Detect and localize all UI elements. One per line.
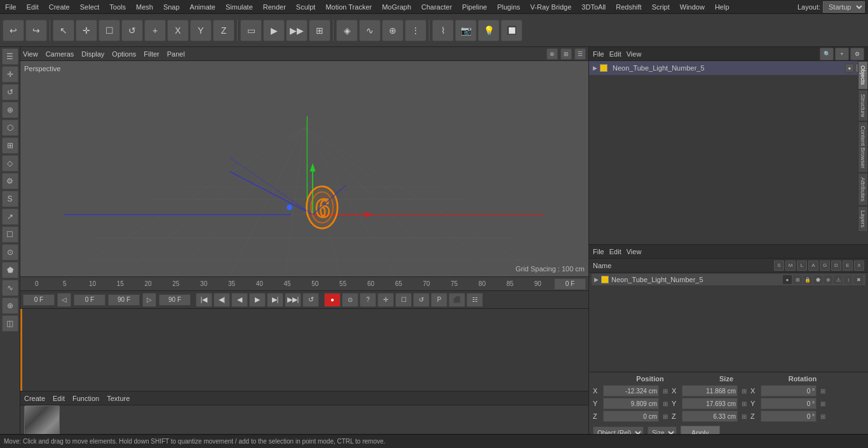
viewport-menu-options[interactable]: Options — [112, 50, 136, 58]
viewport-icon-3[interactable]: ☰ — [574, 48, 586, 60]
viewport-3d[interactable]: 6 Perspective Grid Spacing : 100 cm — [20, 61, 588, 276]
sidebar-tool-5[interactable]: ⊞ — [2, 137, 18, 154]
tab-content-browser[interactable]: Content Browser — [858, 121, 868, 173]
sidebar-tool-13[interactable]: ∿ — [2, 280, 18, 296]
obj-row-expand[interactable]: ▶ — [594, 276, 599, 283]
sidebar-tool-8[interactable]: S — [2, 191, 18, 207]
sidebar-tool-15[interactable]: ◫ — [2, 315, 18, 332]
menu-item-pipeline[interactable]: Pipeline — [457, 3, 492, 11]
pos-z-input[interactable] — [603, 411, 659, 422]
menu-item-mesh[interactable]: Mesh — [131, 3, 158, 11]
selection-icon[interactable]: ↖ — [53, 20, 74, 41]
menu-item-character[interactable]: Character — [416, 3, 457, 11]
render-anim-icon[interactable]: ▶▶ — [286, 20, 308, 41]
sidebar-tool-2[interactable]: ↺ — [2, 84, 18, 100]
rot-y-input[interactable] — [761, 398, 817, 409]
goto-end-btn[interactable]: ▶▶| — [285, 293, 301, 307]
record-btn[interactable]: ● — [324, 293, 341, 307]
array-icon[interactable]: ⋮ — [405, 20, 426, 41]
obj-row-icon-6[interactable]: ⚠ — [834, 275, 843, 284]
frame-indicator-right[interactable] — [554, 278, 586, 290]
menu-item-help[interactable]: Help — [710, 3, 735, 11]
sidebar-tool-3[interactable]: ⊕ — [2, 102, 18, 118]
objects-bottom-view[interactable]: View — [627, 248, 642, 255]
obj-row-icon-5[interactable]: ⊕ — [824, 275, 832, 284]
object-item[interactable]: ▶ Neon_Tube_Light_Number_5 ● ▲ — [589, 61, 868, 75]
obj-row-icon-3[interactable]: 🔒 — [803, 275, 812, 284]
menu-item-redshift[interactable]: Redshift — [611, 3, 646, 11]
material-menu-edit[interactable]: Edit — [53, 395, 65, 402]
light-icon[interactable]: 💡 — [478, 20, 499, 41]
menu-item-edit[interactable]: Edit — [22, 3, 44, 11]
sidebar-tool-1[interactable]: ✛ — [2, 66, 18, 83]
objects-top-edit[interactable]: Edit — [609, 50, 621, 58]
menu-item-sculpt[interactable]: Sculpt — [291, 3, 321, 11]
objects-search-btn[interactable]: 🔍 — [820, 48, 834, 60]
menu-item-render[interactable]: Render — [258, 3, 291, 11]
obj-row-icon-7[interactable]: ↕ — [844, 275, 853, 284]
frame-prev-btn[interactable]: ◁ — [57, 293, 71, 307]
menu-item-v-ray-bridge[interactable]: V-Ray Bridge — [526, 3, 577, 11]
cube3d-icon[interactable]: ◈ — [336, 20, 358, 41]
tab-objects[interactable]: Objects — [858, 61, 868, 90]
objects-settings-btn[interactable]: ⚙ — [850, 48, 864, 60]
timeline2-btn[interactable]: ☷ — [466, 293, 483, 307]
tab-attributes[interactable]: Attributes — [858, 173, 868, 206]
obj-row-icon-1[interactable]: ● — [783, 275, 792, 284]
viewport-icon-2[interactable]: ⊞ — [560, 48, 572, 60]
menu-item-file[interactable]: File — [0, 3, 22, 11]
play-btn[interactable]: ▶ — [249, 293, 266, 307]
menu-item-create[interactable]: Create — [44, 3, 75, 11]
scene-icon[interactable]: 🔲 — [501, 20, 522, 41]
move-icon[interactable]: ✛ — [76, 20, 97, 41]
menu-item-plugins[interactable]: Plugins — [492, 3, 525, 11]
motion2-btn[interactable]: P — [431, 293, 447, 307]
obj-icon-1[interactable]: ● — [845, 64, 854, 72]
goto-start-btn[interactable]: |◀ — [196, 293, 212, 307]
key-type-btn[interactable]: ☐ — [395, 293, 412, 307]
objects-top-file[interactable]: File — [593, 50, 604, 58]
tab-structure[interactable]: Structure — [858, 90, 868, 122]
scale-icon[interactable]: + — [144, 20, 166, 41]
layout-select[interactable]: Startup — [823, 1, 865, 13]
viewport-menu-display[interactable]: Display — [81, 50, 104, 58]
objects-add-btn[interactable]: + — [835, 48, 849, 60]
redo-icon[interactable]: ↪ — [25, 20, 47, 41]
objects-top-view[interactable]: View — [627, 50, 642, 58]
auto-key-btn[interactable]: ⊙ — [342, 293, 358, 307]
sidebar-tool-9[interactable]: ↗ — [2, 208, 18, 225]
size-z-input[interactable] — [682, 411, 738, 422]
menu-item-3dtoall[interactable]: 3DToAll — [576, 3, 611, 11]
menu-item-snap[interactable]: Snap — [158, 3, 185, 11]
param-btn[interactable]: ↺ — [413, 293, 430, 307]
pos-x-input[interactable] — [603, 385, 659, 397]
menu-item-script[interactable]: Script — [647, 3, 675, 11]
motion-path-btn[interactable]: ? — [360, 293, 376, 307]
step-back2-btn[interactable]: ◀ — [231, 293, 248, 307]
viewport-menu-view[interactable]: View — [23, 50, 38, 58]
current-frame-input[interactable] — [23, 294, 55, 306]
menu-item-simulate[interactable]: Simulate — [220, 3, 258, 11]
obj-row-icon-8[interactable]: ✖ — [854, 275, 863, 284]
pos-y-input[interactable] — [603, 398, 659, 409]
sidebar-tool-7[interactable]: ⚙ — [2, 173, 18, 189]
film-btn[interactable]: ⬛ — [449, 293, 465, 307]
loop-btn[interactable]: ↺ — [302, 293, 319, 307]
objects-bottom-edit[interactable]: Edit — [609, 248, 621, 255]
object-expand-icon[interactable]: ▶ — [593, 65, 597, 71]
menu-item-tools[interactable]: Tools — [104, 3, 131, 11]
sidebar-tool-12[interactable]: ⬟ — [2, 262, 18, 278]
rot-z-input[interactable] — [761, 411, 817, 422]
menu-item-motion-tracker[interactable]: Motion Tracker — [320, 3, 377, 11]
deform-icon[interactable]: ⌇ — [432, 20, 454, 41]
frame-next-btn[interactable]: ▷ — [142, 293, 156, 307]
floor-icon[interactable]: ▭ — [240, 20, 262, 41]
camera-icon[interactable]: 📷 — [455, 20, 477, 41]
menu-item-window[interactable]: Window — [675, 3, 710, 11]
undo-icon[interactable]: ↩ — [3, 20, 24, 41]
viewport-menu-cameras[interactable]: Cameras — [46, 50, 74, 58]
sidebar-tool-4[interactable]: ⬡ — [2, 119, 18, 136]
material-menu-function[interactable]: Function — [72, 395, 99, 402]
tab-layers[interactable]: Layers — [858, 206, 868, 232]
size-y-input[interactable] — [682, 398, 738, 409]
